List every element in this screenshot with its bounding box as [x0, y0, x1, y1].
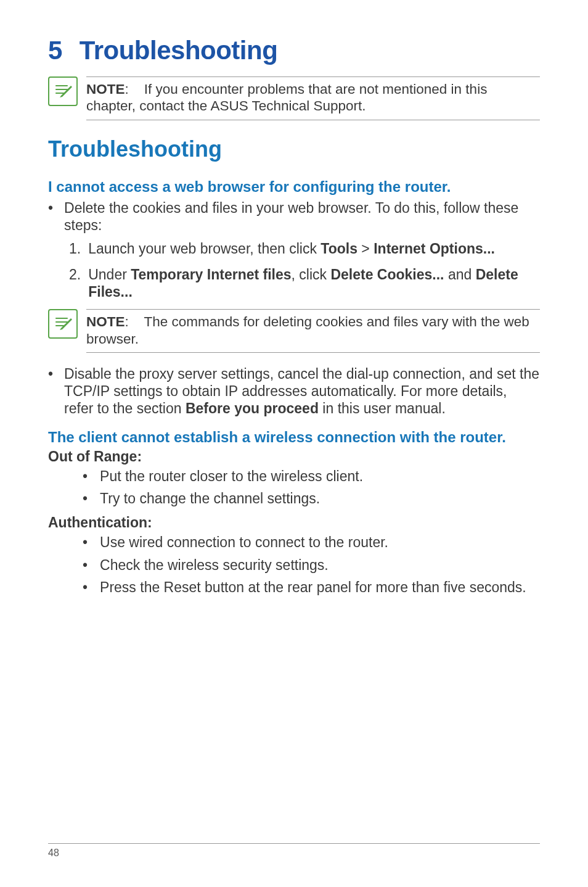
note2-sep: : — [125, 314, 129, 329]
bullet-dot: • — [83, 579, 88, 596]
authentication-label: Authentication: — [48, 514, 540, 531]
step-text: Under Temporary Internet files, click De… — [88, 266, 540, 300]
bullet-text: Press the Reset button at the rear panel… — [100, 579, 540, 596]
auth-item-2: • Check the wireless security settings. — [48, 556, 540, 574]
bullet-dot: • — [48, 199, 53, 234]
chapter-name: Troubleshooting — [80, 36, 277, 65]
note-icon — [48, 76, 78, 106]
sub-heading-1: I cannot access a web browser for config… — [48, 178, 540, 196]
bullet-dot: • — [83, 534, 88, 551]
note-sep: : — [125, 81, 129, 97]
note-1-text: NOTE: If you encounter problems that are… — [86, 76, 540, 120]
note-block-1: NOTE: If you encounter problems that are… — [48, 76, 540, 120]
step2-and: and — [444, 266, 476, 283]
note-label: NOTE — [86, 81, 125, 97]
step2-b1: Temporary Internet files — [131, 266, 291, 283]
note-icon — [48, 309, 78, 339]
section-title: Troubleshooting — [48, 136, 540, 162]
step1-b1: Tools — [321, 241, 357, 257]
step-number: 2. — [69, 266, 81, 300]
note-body: If you encounter problems that are not m… — [86, 81, 487, 113]
bullet-text: Disable the proxy server settings, cance… — [64, 365, 540, 417]
chapter-number: 5 — [48, 36, 62, 65]
chapter-title: 5Troubleshooting — [48, 36, 540, 65]
proxy-b: Before you proceed — [186, 400, 319, 416]
step-number: 1. — [69, 240, 81, 257]
bullet-dot: • — [83, 490, 88, 507]
step2-pre: Under — [88, 266, 131, 283]
bullet-cookies: • Delete the cookies and files in your w… — [48, 199, 540, 234]
bullet-text: Check the wireless security settings. — [100, 556, 540, 574]
oor-item-2: • Try to change the channel settings. — [48, 490, 540, 507]
step2-mid: , click — [292, 266, 331, 283]
note-block-2: NOTE: The commands for deleting cookies … — [48, 309, 540, 353]
bullet-text: Delete the cookies and files in your web… — [64, 199, 540, 234]
note-label: NOTE — [86, 314, 125, 329]
proxy-post: in this user manual. — [319, 400, 446, 416]
note-2-text: NOTE: The commands for deleting cookies … — [86, 309, 540, 353]
page-number: 48 — [48, 848, 59, 858]
bullet-proxy: • Disable the proxy server settings, can… — [48, 365, 540, 417]
auth-item-3: • Press the Reset button at the rear pan… — [48, 579, 540, 596]
out-of-range-label: Out of Range: — [48, 448, 540, 465]
step-text: Launch your web browser, then click Tool… — [88, 240, 540, 257]
step1-pre: Launch your web browser, then click — [88, 241, 321, 257]
oor-item-1: • Put the router closer to the wireless … — [48, 468, 540, 485]
step-2: 2. Under Temporary Internet files, click… — [48, 266, 540, 300]
bullet-dot: • — [83, 468, 88, 485]
bullet-text: Put the router closer to the wireless cl… — [100, 468, 540, 485]
note-body: The commands for deleting cookies and fi… — [86, 314, 529, 346]
bullet-dot: • — [48, 365, 53, 417]
bullet-text: Try to change the channel settings. — [100, 490, 540, 507]
step1-gt: > — [357, 241, 374, 257]
step2-b2: Delete Cookies... — [330, 266, 444, 283]
auth-item-1: • Use wired connection to connect to the… — [48, 534, 540, 551]
sub-heading-2: The client cannot establish a wireless c… — [48, 428, 540, 446]
step-1: 1. Launch your web browser, then click T… — [48, 240, 540, 257]
page-footer: 48 — [48, 843, 540, 859]
bullet-text: Use wired connection to connect to the r… — [100, 534, 540, 551]
bullet-dot: • — [83, 556, 88, 574]
step1-b2: Internet Options... — [374, 241, 495, 257]
